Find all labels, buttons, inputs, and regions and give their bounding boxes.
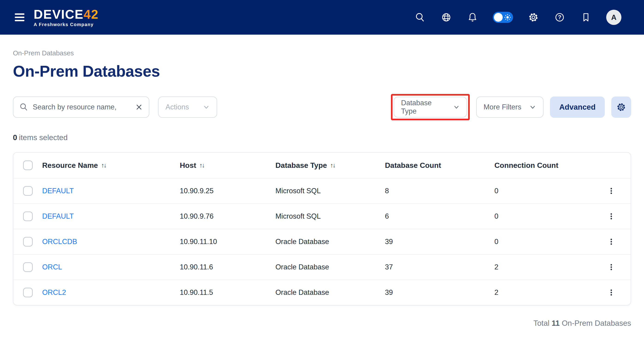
- toolbar: Actions Database Type More Filters Advan…: [13, 94, 631, 120]
- avatar[interactable]: A: [606, 10, 622, 25]
- bookmark-icon[interactable]: [580, 11, 592, 23]
- select-all-checkbox[interactable]: [23, 160, 33, 170]
- sun-icon: [504, 14, 511, 21]
- column-header-database-count: Database Count: [385, 161, 494, 170]
- column-header-host[interactable]: Host↑↓: [180, 161, 276, 170]
- host-cell: 10.90.11.10: [180, 238, 276, 246]
- table-row: ORCL 10.90.11.6 Oracle Database 37 2: [13, 254, 631, 280]
- row-menu-kebab-icon[interactable]: [606, 261, 617, 273]
- logo-subtitle: A Freshworks Company: [34, 22, 99, 27]
- help-icon[interactable]: ?: [554, 11, 566, 23]
- table-row: ORCL2 10.90.11.5 Oracle Database 39 2: [13, 280, 631, 305]
- table-settings-button[interactable]: [611, 96, 631, 118]
- resource-name-link[interactable]: ORCL: [42, 263, 180, 271]
- table-row: DEFAULT 10.90.9.76 Microsoft SQL 6 0: [13, 203, 631, 229]
- database-type-cell: Oracle Database: [276, 288, 385, 297]
- row-checkbox[interactable]: [23, 262, 33, 272]
- connection-count-cell: 2: [494, 288, 592, 297]
- clear-search-icon[interactable]: [135, 103, 143, 111]
- logo-accent: 42: [84, 7, 99, 22]
- theme-toggle[interactable]: [493, 12, 513, 23]
- annotation-highlight: Database Type: [391, 94, 470, 120]
- resource-name-link[interactable]: DEFAULT: [42, 187, 180, 195]
- sort-icon[interactable]: ↑↓: [101, 162, 106, 169]
- connection-count-cell: 0: [494, 187, 592, 195]
- row-checkbox[interactable]: [23, 237, 33, 247]
- host-cell: 10.90.9.25: [180, 187, 276, 195]
- resource-name-link[interactable]: ORCL2: [42, 288, 180, 297]
- database-count-cell: 8: [385, 187, 494, 195]
- toggle-knob: [494, 13, 503, 22]
- connection-count-cell: 2: [494, 263, 592, 271]
- globe-icon[interactable]: [440, 11, 452, 23]
- database-count-cell: 39: [385, 288, 494, 297]
- row-menu-kebab-icon[interactable]: [606, 211, 617, 222]
- row-menu-kebab-icon[interactable]: [606, 236, 617, 248]
- row-checkbox[interactable]: [23, 212, 33, 221]
- row-checkbox[interactable]: [23, 288, 33, 297]
- connection-count-cell: 0: [494, 238, 592, 246]
- database-type-cell: Microsoft SQL: [276, 187, 385, 195]
- notifications-icon[interactable]: [466, 11, 478, 23]
- database-type-cell: Oracle Database: [276, 238, 385, 246]
- chevron-down-icon: [529, 104, 536, 111]
- connection-count-cell: 0: [494, 212, 592, 221]
- page-title: On-Prem Databases: [13, 62, 631, 80]
- search-icon[interactable]: [414, 11, 426, 23]
- more-filters-label: More Filters: [484, 103, 522, 111]
- row-checkbox[interactable]: [23, 186, 33, 196]
- hamburger-menu-icon[interactable]: [15, 13, 24, 21]
- total-count: 11: [552, 319, 560, 327]
- table-total: Total 11 On-Prem Databases: [13, 319, 631, 328]
- resource-name-link[interactable]: DEFAULT: [42, 212, 180, 221]
- settings-icon[interactable]: [527, 11, 539, 23]
- host-cell: 10.90.9.76: [180, 212, 276, 221]
- advanced-button[interactable]: Advanced: [550, 96, 605, 118]
- row-menu-kebab-icon[interactable]: [606, 287, 617, 298]
- device42-logo[interactable]: DEVICE42 A Freshworks Company: [34, 8, 99, 27]
- column-header-database-type[interactable]: Database Type↑↓: [276, 161, 385, 170]
- column-header-connection-count: Connection Count: [494, 161, 592, 170]
- actions-dropdown[interactable]: Actions: [158, 96, 217, 118]
- top-navbar: DEVICE42 A Freshworks Company: [0, 0, 644, 35]
- svg-text:?: ?: [558, 14, 562, 20]
- databases-table: Resource Name↑↓ Host↑↓ Database Type↑↓ D…: [13, 152, 631, 305]
- database-type-cell: Oracle Database: [276, 263, 385, 271]
- database-count-cell: 37: [385, 263, 494, 271]
- database-type-dropdown[interactable]: Database Type: [394, 97, 467, 117]
- row-menu-kebab-icon[interactable]: [606, 185, 617, 197]
- chevron-down-icon: [203, 104, 210, 111]
- table-row: DEFAULT 10.90.9.25 Microsoft SQL 8 0: [13, 178, 631, 203]
- gear-icon: [616, 102, 626, 112]
- selection-count: 0: [13, 133, 17, 142]
- column-header-resource-name[interactable]: Resource Name↑↓: [42, 161, 180, 170]
- selection-status: 0items selected: [13, 133, 631, 142]
- more-filters-dropdown[interactable]: More Filters: [476, 96, 544, 118]
- host-cell: 10.90.11.5: [180, 288, 276, 297]
- database-count-cell: 6: [385, 212, 494, 221]
- host-cell: 10.90.11.6: [180, 263, 276, 271]
- search-icon: [19, 103, 28, 111]
- sort-icon[interactable]: ↑↓: [200, 162, 204, 169]
- logo-text: DEVICE42: [34, 8, 99, 21]
- database-count-cell: 39: [385, 238, 494, 246]
- actions-label: Actions: [166, 103, 189, 111]
- table-row: ORCLCDB 10.90.11.10 Oracle Database 39 0: [13, 229, 631, 254]
- search-box[interactable]: [13, 96, 149, 118]
- database-type-cell: Microsoft SQL: [276, 212, 385, 221]
- resource-name-link[interactable]: ORCLCDB: [42, 238, 180, 246]
- table-header-row: Resource Name↑↓ Host↑↓ Database Type↑↓ D…: [13, 153, 631, 178]
- sort-icon[interactable]: ↑↓: [330, 162, 335, 169]
- search-input[interactable]: [33, 103, 130, 111]
- chevron-down-icon: [453, 104, 460, 111]
- breadcrumb[interactable]: On-Prem Databases: [13, 49, 631, 57]
- database-type-label: Database Type: [401, 99, 447, 115]
